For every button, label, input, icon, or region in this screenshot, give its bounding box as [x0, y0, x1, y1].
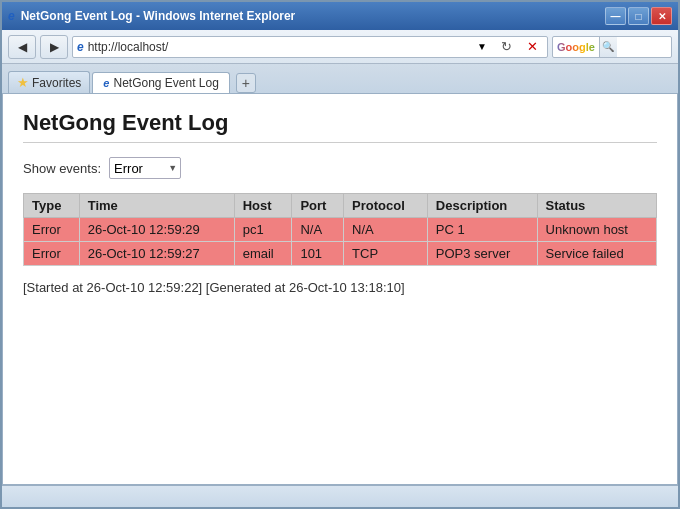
event-table: Type Time Host Port Protocol Description… [23, 193, 657, 266]
table-cell-2: email [234, 242, 292, 266]
table-cell-6: Unknown host [537, 218, 656, 242]
table-cell-0: Error [24, 218, 80, 242]
table-cell-5: PC 1 [427, 218, 537, 242]
back-icon: ◀ [18, 40, 27, 54]
new-tab-button[interactable]: + [236, 73, 256, 93]
tab-label: NetGong Event Log [113, 76, 218, 90]
minimize-button[interactable]: — [605, 7, 626, 25]
col-header-type: Type [24, 194, 80, 218]
table-row: Error26-Oct-10 12:59:29pc1N/AN/APC 1Unkn… [24, 218, 657, 242]
maximize-button[interactable]: □ [628, 7, 649, 25]
stop-button[interactable]: ✕ [521, 36, 543, 58]
table-cell-5: POP3 server [427, 242, 537, 266]
forward-icon: ▶ [50, 40, 59, 54]
browser-toolbar: ◀ ▶ e http://localhost/ ▼ ↻ ✕ Google 🔍 [2, 30, 678, 64]
col-header-description: Description [427, 194, 537, 218]
title-bar: e NetGong Event Log - Windows Internet E… [2, 2, 678, 30]
status-bar [2, 485, 678, 507]
star-icon: ★ [17, 75, 29, 90]
active-tab[interactable]: e NetGong Event Log [92, 72, 230, 93]
forward-button[interactable]: ▶ [40, 35, 68, 59]
search-icon: 🔍 [602, 41, 614, 52]
table-cell-0: Error [24, 242, 80, 266]
table-cell-2: pc1 [234, 218, 292, 242]
browser-icon: e [8, 9, 15, 23]
stop-icon: ✕ [527, 39, 538, 54]
table-cell-1: 26-Oct-10 12:59:29 [79, 218, 234, 242]
filter-select-wrapper[interactable]: All Error Warning Info [109, 157, 181, 179]
favorites-button[interactable]: ★ Favorites [8, 71, 90, 93]
table-header-row: Type Time Host Port Protocol Description… [24, 194, 657, 218]
address-dropdown-button[interactable]: ▼ [473, 38, 491, 56]
col-header-time: Time [79, 194, 234, 218]
col-header-port: Port [292, 194, 344, 218]
col-header-host: Host [234, 194, 292, 218]
window-title: NetGong Event Log - Windows Internet Exp… [21, 9, 599, 23]
table-row: Error26-Oct-10 12:59:27email101TCPPOP3 s… [24, 242, 657, 266]
page-title: NetGong Event Log [23, 110, 657, 143]
footer-text: [Started at 26-Oct-10 12:59:22] [Generat… [23, 280, 657, 295]
table-cell-4: TCP [344, 242, 428, 266]
table-cell-4: N/A [344, 218, 428, 242]
refresh-icon: ↻ [501, 39, 512, 54]
filter-row: Show events: All Error Warning Info [23, 157, 657, 179]
favorites-label: Favorites [32, 76, 81, 90]
window-controls: — □ ✕ [605, 7, 672, 25]
close-button[interactable]: ✕ [651, 7, 672, 25]
filter-select[interactable]: All Error Warning Info [109, 157, 181, 179]
tab-bar: ★ Favorites e NetGong Event Log + [2, 64, 678, 94]
col-header-protocol: Protocol [344, 194, 428, 218]
address-text: http://localhost/ [88, 40, 469, 54]
google-logo: Google [553, 41, 599, 53]
table-cell-6: Service failed [537, 242, 656, 266]
refresh-button[interactable]: ↻ [495, 36, 517, 58]
tab-page-icon: e [103, 77, 109, 89]
back-button[interactable]: ◀ [8, 35, 36, 59]
table-cell-1: 26-Oct-10 12:59:27 [79, 242, 234, 266]
page-icon: e [77, 40, 84, 54]
table-cell-3: 101 [292, 242, 344, 266]
content-area: NetGong Event Log Show events: All Error… [2, 94, 678, 485]
table-cell-3: N/A [292, 218, 344, 242]
search-bar[interactable]: Google 🔍 [552, 36, 672, 58]
col-header-status: Status [537, 194, 656, 218]
search-go-button[interactable]: 🔍 [599, 37, 617, 57]
filter-label: Show events: [23, 161, 101, 176]
browser-window: e NetGong Event Log - Windows Internet E… [0, 0, 680, 509]
address-bar[interactable]: e http://localhost/ ▼ ↻ ✕ [72, 36, 548, 58]
